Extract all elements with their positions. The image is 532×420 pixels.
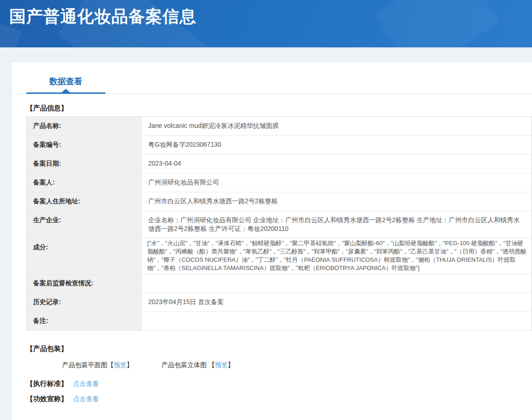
- table-row-registrant-address: 备案人住所地址: 广州市白云区人和镇秀水塘西一路2号2栋整栋: [27, 192, 532, 211]
- row-value: 广州市白云区人和镇秀水塘西一路2号2栋整栋: [142, 192, 532, 211]
- row-label: 备案后监督检查情况:: [27, 274, 142, 293]
- table-row-registration-number: 备案编号: 粤G妆网备字2023067130: [27, 136, 532, 155]
- packaging-previews: 产品包装平面图【预览】 产品包装立体图 【预览】: [62, 361, 532, 369]
- table-row-history: 历史记录: 2023年04月15日 首次备案: [27, 293, 532, 312]
- row-label: 备案人:: [27, 173, 142, 192]
- table-row-registrant: 备案人: 广州润研化妆品有限公司: [27, 173, 532, 192]
- tab-data-view-label: 数据查看: [49, 77, 82, 86]
- section-title-product-info: 【产品信息】: [26, 104, 517, 113]
- tab-active-pointer-icon: [62, 89, 70, 92]
- row-label: 成分:: [27, 238, 142, 274]
- content-card: 数据查看 【产品信息】 产品名称: Jane volcanic mud妍泥冷泉冰…: [12, 62, 532, 420]
- row-label: 产品名称:: [27, 117, 142, 135]
- packaging-flat-preview-link[interactable]: 【预览】: [107, 361, 133, 368]
- tab-data-view[interactable]: 数据查看: [26, 76, 105, 94]
- bracket: 【: [208, 361, 215, 368]
- row-value: ["水"，"火山泥"，"甘油"，"液体石蜡"，"鲸蜡硬脂醇"，"聚二甲基硅氧烷"…: [142, 238, 532, 274]
- table-row-manufacturer: 生产企业: 企业名称：广州润研化妆品有限公司 企业地址：广州市白云区人和镇秀水塘…: [27, 211, 532, 238]
- efficacy-claim-line: 【功效宣称】点击查看: [26, 395, 517, 403]
- packaging-flat-label: 产品包装平面图: [62, 361, 107, 368]
- packaging-stereo-group: 产品包装立体图 【预览】: [162, 361, 234, 368]
- row-label: 生产企业:: [27, 211, 142, 238]
- row-label: 备注:: [27, 312, 142, 330]
- section-title-packaging: 【产品包装】: [26, 345, 517, 353]
- executive-standard-line: 【执行标准】点击查看: [26, 380, 517, 388]
- row-value: 2023年04月15日 首次备案: [142, 293, 532, 311]
- row-label: 备案编号:: [27, 136, 142, 154]
- section-title-executive-standard: 【执行标准】: [26, 380, 68, 387]
- page-header: 国产普通化妆品备案信息: [0, 0, 532, 47]
- bracket: 】: [127, 361, 133, 368]
- section-title-efficacy-claim: 【功效宣称】: [26, 395, 68, 403]
- row-label: 历史记录:: [27, 293, 142, 311]
- bracket: 】: [228, 361, 234, 368]
- packaging-stereo-preview-link[interactable]: 【预览】: [208, 361, 234, 368]
- table-row-registration-date: 备案日期: 2023-04-04: [27, 155, 532, 173]
- table-row-product-name: 产品名称: Jane volcanic mud妍泥冷泉冰泥精华抗皱面膜: [27, 117, 532, 136]
- page-title: 国产普通化妆品备案信息: [0, 0, 532, 28]
- row-value: 企业名称：广州润研化妆品有限公司 企业地址：广州市白云区人和镇秀水塘西一路2号2…: [142, 211, 532, 238]
- packaging-stereo-label: 产品包装立体图: [162, 361, 207, 368]
- row-label: 备案人住所地址:: [27, 192, 142, 211]
- row-value: [142, 312, 532, 330]
- row-value: 广州润研化妆品有限公司: [142, 173, 532, 192]
- executive-standard-view-link[interactable]: 点击查看: [73, 380, 99, 387]
- preview-link-label: 预览: [215, 361, 228, 368]
- row-value: 粤G妆网备字2023067130: [142, 136, 532, 154]
- row-value: 2023-04-04: [142, 155, 532, 173]
- row-value: Jane volcanic mud妍泥冷泉冰泥精华抗皱面膜: [142, 117, 532, 135]
- row-value: [142, 274, 532, 293]
- bracket: 【: [107, 361, 114, 368]
- preview-link-label: 预览: [114, 361, 127, 368]
- efficacy-claim-view-link[interactable]: 点击查看: [73, 395, 99, 403]
- row-label: 备案日期:: [27, 155, 142, 173]
- table-row-supervision-check: 备案后监督检查情况:: [27, 274, 532, 293]
- packaging-flat-group: 产品包装平面图【预览】: [62, 361, 135, 368]
- table-row-ingredients: 成分: ["水"，"火山泥"，"甘油"，"液体石蜡"，"鲸蜡硬脂醇"，"聚二甲基…: [27, 238, 532, 274]
- product-info-table: 产品名称: Jane volcanic mud妍泥冷泉冰泥精华抗皱面膜 备案编号…: [26, 116, 532, 331]
- tab-bar: 数据查看: [12, 62, 532, 94]
- table-row-remarks: 备注:: [27, 312, 532, 331]
